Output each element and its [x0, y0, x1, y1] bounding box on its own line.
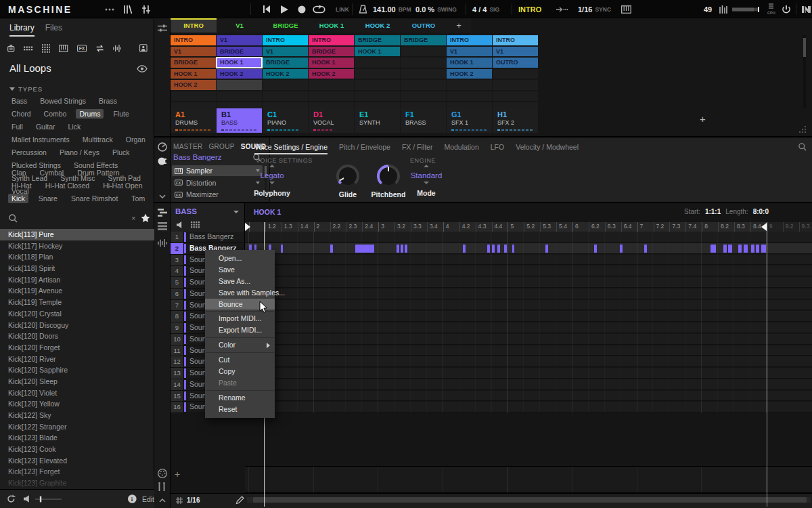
decrement-icon[interactable] [424, 182, 429, 184]
scene-tab[interactable]: INTRO [171, 18, 217, 33]
pattern-slot[interactable] [447, 80, 492, 90]
bpm-display[interactable]: 141.00BPM [373, 0, 411, 18]
sampler-view-icon[interactable] [158, 238, 167, 248]
pattern-cell[interactable]: BRIDGE [401, 35, 446, 45]
link-button[interactable]: LINK [333, 0, 349, 18]
midi-note[interactable] [497, 245, 500, 253]
type-tag[interactable]: Multitrack [79, 135, 116, 144]
browser-result-item[interactable]: Kick[120] Crystal [0, 308, 154, 320]
browser-result-item[interactable]: Kick[120] Forget [0, 342, 154, 354]
pattern-slot[interactable] [493, 102, 538, 108]
pattern-cell[interactable]: V1 [217, 35, 262, 45]
type-tag[interactable]: Chord [8, 109, 35, 119]
pattern-end-marker[interactable] [761, 223, 767, 231]
pattern-cell[interactable]: V1 [447, 47, 492, 57]
group-C1[interactable]: C1PIANO [263, 108, 308, 133]
type-tag[interactable]: Lick [65, 122, 85, 131]
midi-note[interactable] [487, 245, 490, 253]
midi-note[interactable] [756, 245, 759, 253]
browser-tab-library[interactable]: Library [9, 23, 35, 37]
browser-result-item[interactable]: Kick[119] Artisan [0, 274, 154, 286]
types-header[interactable]: TYPES [9, 85, 43, 93]
edit-button[interactable]: Edit [142, 495, 154, 503]
type-tag[interactable]: Organ [122, 135, 149, 144]
user-library-icon[interactable] [139, 43, 148, 53]
track-row[interactable]: 1Bass Bangerz [171, 232, 244, 243]
group-A1[interactable]: A1DRUMS [171, 108, 216, 133]
plugin-plug-icon[interactable] [158, 156, 167, 166]
swing-display[interactable]: 0.0 %SWING [415, 0, 457, 18]
type-tag[interactable]: Flute [110, 109, 132, 119]
groups-icon[interactable] [24, 44, 32, 52]
autoload-icon[interactable] [7, 494, 16, 503]
polyphony-param[interactable]: Legato Polyphony [246, 165, 298, 197]
pattern-cell[interactable]: INTRO [493, 35, 538, 45]
expand-editor-icon[interactable] [159, 499, 166, 503]
scene-tab[interactable]: OUTRO [401, 18, 447, 33]
favorites-star-icon[interactable] [141, 213, 150, 223]
midi-note[interactable] [710, 245, 716, 253]
add-scene-button[interactable]: + [447, 18, 471, 33]
pattern-cell[interactable]: HOOK 1 [217, 58, 262, 68]
browser-result-item[interactable]: Kick[123] Cook [0, 444, 154, 455]
group-B1[interactable]: B1BASS [217, 108, 262, 133]
pattern-cell[interactable]: HOOK 2 [217, 69, 262, 79]
sound-name[interactable]: Bass Bangerz [173, 153, 222, 161]
type-tag[interactable]: Pluck [109, 148, 133, 157]
panel-search-icon[interactable] [798, 143, 807, 151]
browser-result-item[interactable]: Kick[120] Yellow [0, 398, 154, 410]
mute-speaker-icon[interactable] [177, 221, 183, 228]
loops-icon[interactable] [95, 44, 104, 53]
pads-icon[interactable] [191, 221, 200, 228]
pattern-cell[interactable]: OUTRO [493, 58, 538, 68]
pattern-cell[interactable]: V1 [263, 47, 308, 57]
sounds-icon[interactable] [42, 43, 50, 54]
menu-item-copy[interactable]: Copy [205, 366, 275, 377]
browser-result-item[interactable]: Kick[123] Elevated [0, 455, 154, 467]
group-selector[interactable]: BASS [175, 207, 197, 215]
browser-result-item[interactable]: Kick[120] Discoguy [0, 320, 154, 331]
pattern-cell[interactable]: HOOK 2 [171, 80, 216, 90]
pattern-slot[interactable] [401, 102, 446, 108]
subtype-tag[interactable]: Hi-Hat [8, 181, 35, 190]
timeline-ruler[interactable]: 1.21.31.422.22.32.433.23.33.444.24.34.45… [245, 222, 812, 232]
midi-note[interactable] [723, 245, 727, 253]
pattern-slot[interactable] [355, 80, 400, 90]
subtype-tag[interactable]: Drum Pattern [74, 168, 122, 177]
pattern-slot[interactable] [401, 80, 446, 90]
pattern-slot[interactable] [355, 69, 400, 79]
pattern-cell[interactable]: HOOK 1 [171, 69, 216, 79]
subtype-tag[interactable]: Snare Rimshot [68, 194, 121, 203]
pattern-slot[interactable] [493, 80, 538, 90]
menu-item-import-midi[interactable]: Import MIDI... [205, 313, 275, 324]
group-F1[interactable]: F1BRASS [401, 108, 446, 133]
subtype-tag[interactable]: Hi-Hat Closed [42, 181, 93, 190]
subtype-tag[interactable]: Hi-Hat Open [99, 181, 145, 190]
browser-result-item[interactable]: Kick[118] Plan [0, 251, 154, 263]
play-button[interactable] [281, 0, 288, 18]
type-tag[interactable]: Drums [76, 109, 104, 119]
retro-record-display[interactable]: 1/16SYNC [578, 0, 611, 18]
menu-item-export-midi[interactable]: Export MIDI... [205, 324, 275, 336]
type-tag[interactable]: Bowed Strings [37, 96, 89, 106]
pattern-cell[interactable]: HOOK 2 [309, 69, 354, 79]
subtype-tag[interactable]: Snare [35, 194, 61, 203]
group-G1[interactable]: G1SFX 1 [447, 108, 492, 133]
type-tag[interactable]: Brass [95, 96, 120, 106]
pattern-slot[interactable] [355, 91, 400, 102]
midi-note[interactable] [369, 245, 374, 253]
start-value[interactable]: 1:1:1 [705, 208, 721, 215]
group-H1[interactable]: H1SFX 2 [493, 108, 538, 133]
type-tag[interactable]: Full [8, 122, 26, 131]
subtype-tag[interactable]: Kick [8, 194, 28, 203]
pattern-slot[interactable] [355, 102, 400, 108]
browser-result-item[interactable]: Kick[122] Stranger [0, 421, 154, 433]
browser-result-item[interactable]: Kick[120] River [0, 354, 154, 365]
note-lanes[interactable] [245, 232, 812, 413]
pencil-icon[interactable] [235, 496, 244, 505]
scene-tab[interactable]: HOOK 2 [355, 18, 401, 33]
glide-knob[interactable] [336, 165, 359, 188]
pattern-slot[interactable] [447, 91, 492, 102]
resize-grip-icon[interactable] [798, 125, 807, 133]
pattern-slot[interactable] [171, 102, 216, 108]
